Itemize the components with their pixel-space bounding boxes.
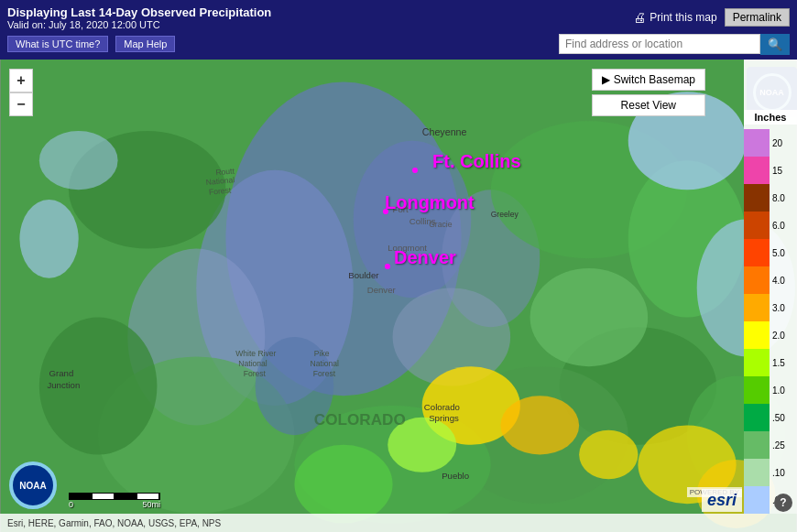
svg-text:Junction: Junction [47, 380, 80, 390]
legend-item: .50 [744, 404, 797, 431]
scale-segment-1 [70, 494, 93, 499]
legend-value: 20 [770, 138, 782, 148]
legend-value: 4.0 [770, 276, 785, 286]
svg-text:National: National [311, 359, 340, 368]
legend-item: 15 [744, 157, 797, 184]
svg-text:Fort: Fort [393, 204, 409, 214]
noaa-bottom-text: NOAA [19, 481, 46, 491]
legend-item: 20 [744, 129, 797, 157]
map-container[interactable]: Cheyenne Grand Junction Boulder Colorado… [0, 60, 797, 532]
zoom-out-button[interactable]: − [9, 92, 33, 116]
scale-segment-3 [115, 494, 137, 499]
legend-color-swatch [744, 404, 770, 431]
legend-value: .25 [770, 440, 785, 451]
legend-value: 8.0 [770, 193, 785, 203]
svg-text:Grand: Grand [49, 368, 74, 378]
scale-labels: 0 50mi [69, 500, 160, 509]
zoom-controls: + − [9, 69, 33, 116]
legend-item: 1.0 [744, 376, 797, 404]
svg-text:Colorado: Colorado [424, 402, 460, 412]
scale-segment-4 [137, 494, 160, 499]
legend-value: 5.0 [770, 248, 785, 258]
map-help-button[interactable]: Map Help [115, 36, 175, 52]
noaa-bottom-emblem: NOAA [9, 461, 57, 509]
legend-color-swatch [744, 184, 770, 212]
printer-icon: 🖨 [633, 10, 646, 25]
legend-color-swatch [744, 239, 770, 266]
header: Displaying Last 14-Day Observed Precipit… [0, 0, 797, 60]
svg-text:National: National [238, 359, 267, 368]
svg-text:Denver: Denver [367, 285, 397, 295]
legend-value: 15 [770, 166, 782, 176]
help-button[interactable]: ? [774, 494, 792, 512]
svg-point-19 [39, 131, 118, 190]
svg-text:COLORADO: COLORADO [314, 410, 406, 429]
search-button[interactable]: 🔍 [760, 34, 790, 55]
switch-basemap-button[interactable]: ▶ Switch Basemap [592, 69, 705, 91]
legend-color-swatch [744, 266, 770, 294]
scale-line [69, 493, 160, 500]
svg-text:Greeley: Greeley [491, 210, 519, 219]
title-block: Displaying Last 14-Day Observed Precipit… [7, 5, 271, 30]
svg-point-18 [19, 200, 78, 278]
legend-value: 2.0 [770, 331, 785, 341]
print-permalink-area: 🖨 Print this map Permalink [633, 8, 790, 27]
legend-item: 8.0 [744, 184, 797, 212]
svg-text:Boulder: Boulder [348, 270, 379, 280]
ft-collins-dot [412, 168, 418, 173]
noaa-logo-bottom: NOAA [9, 461, 60, 512]
legend-color-swatch [744, 157, 770, 184]
zoom-in-button[interactable]: + [9, 69, 33, 92]
switch-basemap-label: Switch Basemap [614, 73, 695, 86]
svg-point-28 [294, 445, 392, 524]
legend-color-swatch [744, 349, 770, 376]
svg-text:Forest: Forest [244, 369, 267, 378]
map-title: Displaying Last 14-Day Observed Precipit… [7, 5, 271, 19]
legend-color-swatch [744, 486, 770, 514]
legend-item: 2.0 [744, 321, 797, 349]
legend-item: 3.0 [744, 294, 797, 321]
print-button[interactable]: 🖨 Print this map [633, 10, 716, 25]
svg-text:Gracie: Gracie [429, 220, 452, 229]
svg-text:Pike: Pike [314, 349, 330, 358]
legend-item: 1.5 [744, 349, 797, 376]
legend-item: .25 [744, 431, 797, 459]
legend-value: .50 [770, 413, 785, 423]
legend-title: Inches [744, 110, 797, 125]
legend-item: .10 [744, 459, 797, 486]
svg-point-27 [530, 268, 649, 366]
legend-value: 1.0 [770, 385, 785, 396]
map-controls-panel: ▶ Switch Basemap Reset View [592, 69, 705, 116]
svg-text:Cheyenne: Cheyenne [422, 126, 467, 137]
search-input[interactable] [559, 34, 760, 54]
legend-item: 4.0 [744, 266, 797, 294]
permalink-button[interactable]: Permalink [725, 8, 790, 27]
legend-value: 1.5 [770, 358, 785, 368]
reset-view-button[interactable]: Reset View [592, 94, 705, 116]
scale-end: 50mi [142, 500, 160, 509]
map-background: Cheyenne Grand Junction Boulder Colorado… [0, 60, 797, 532]
legend-color-swatch [744, 376, 770, 404]
svg-point-21 [500, 396, 579, 454]
legend-color-swatch [744, 129, 770, 157]
legend-value: 6.0 [770, 221, 785, 231]
legend-color-swatch [744, 321, 770, 349]
legend-value: .10 [770, 468, 785, 478]
svg-text:White River: White River [235, 349, 276, 358]
longmont-dot [383, 209, 388, 214]
svg-text:Longmont: Longmont [388, 243, 427, 253]
legend-item: 5.0 [744, 239, 797, 266]
denver-dot [385, 264, 390, 269]
legend-value: 3.0 [770, 303, 785, 313]
legend-color-swatch [744, 459, 770, 486]
svg-text:Forest: Forest [313, 369, 336, 378]
attribution-bar: Esri, HERE, Garmin, FAO, NOAA, USGS, EPA… [0, 514, 797, 532]
precipitation-legend: Inches 20158.06.05.04.03.02.01.51.0.50.2… [744, 60, 797, 514]
utc-time-button[interactable]: What is UTC time? [7, 36, 108, 52]
legend-item: 6.0 [744, 212, 797, 239]
svg-point-22 [579, 430, 638, 480]
legend-bars: 20158.06.05.04.03.02.01.51.0.50.25.10.01 [744, 114, 797, 514]
triangle-icon: ▶ [602, 73, 610, 86]
svg-text:Springs: Springs [429, 413, 459, 423]
scale-bar: 0 50mi [69, 493, 160, 509]
